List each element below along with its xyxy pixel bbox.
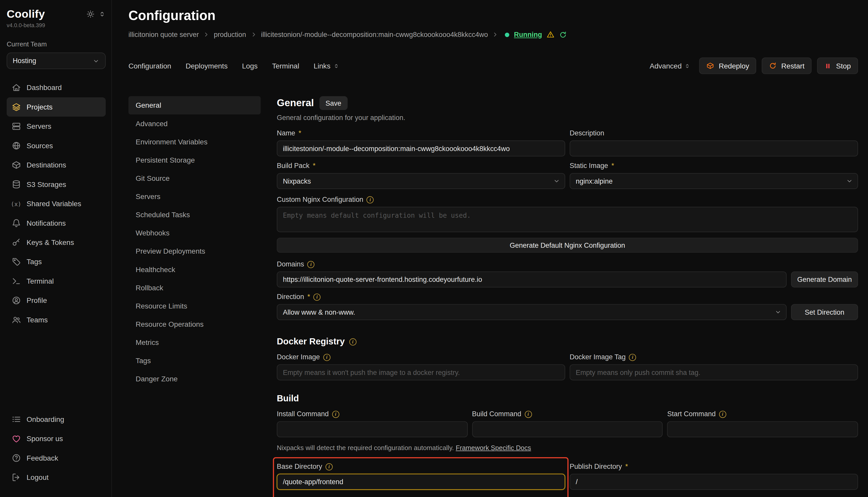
- tab-bar-actions: Advanced Redeploy Restart Stop: [650, 57, 858, 74]
- nixpacks-note: Nixpacks will detect the required config…: [277, 444, 858, 452]
- sidebar-item-dashboard[interactable]: Dashboard: [7, 78, 106, 97]
- tab-configuration[interactable]: Configuration: [128, 61, 171, 70]
- subnav-resource-operations[interactable]: Resource Operations: [128, 315, 261, 333]
- subnav-rollback[interactable]: Rollback: [128, 279, 261, 297]
- users-icon: [11, 315, 21, 325]
- info-icon: [719, 411, 726, 418]
- docker-image-tag-field[interactable]: [569, 365, 858, 381]
- build-pack-label: Build Pack*: [277, 162, 565, 170]
- globe-icon: [11, 141, 21, 151]
- docker-registry-heading: Docker Registry: [277, 337, 858, 347]
- subnav-scheduled-tasks[interactable]: Scheduled Tasks: [128, 206, 261, 224]
- sidebar-item-label: Feedback: [27, 454, 58, 462]
- domains-field[interactable]: [277, 271, 786, 287]
- subnav-advanced[interactable]: Advanced: [128, 114, 261, 132]
- start-command-label: Start Command: [667, 410, 858, 418]
- configuration-content: General Advanced Environment Variables P…: [128, 96, 858, 497]
- build-command-field[interactable]: [472, 421, 663, 438]
- sidebar-item-profile[interactable]: Profile: [7, 291, 106, 310]
- restart-button[interactable]: Restart: [762, 57, 812, 74]
- key-icon: [11, 238, 21, 247]
- sidebar-item-logout[interactable]: Logout: [7, 468, 106, 487]
- save-button[interactable]: Save: [319, 96, 347, 110]
- name-label: Name*: [277, 129, 565, 137]
- subnav-persistent-storage[interactable]: Persistent Storage: [128, 151, 261, 169]
- warning-icon[interactable]: [547, 30, 555, 39]
- tab-deployments[interactable]: Deployments: [185, 61, 228, 70]
- set-direction-button[interactable]: Set Direction: [791, 304, 858, 320]
- sidebar-item-destinations[interactable]: Destinations: [7, 155, 106, 175]
- description-field[interactable]: [569, 141, 858, 157]
- start-command-field[interactable]: [667, 421, 858, 438]
- subnav-webhooks[interactable]: Webhooks: [128, 224, 261, 242]
- sidebar-item-projects[interactable]: Projects: [7, 97, 106, 116]
- logout-icon: [11, 472, 21, 482]
- chevron-right-icon: [492, 31, 498, 38]
- generate-nginx-button[interactable]: Generate Default Nginx Configuration: [277, 238, 858, 253]
- sidebar-item-notifications[interactable]: Notifications: [7, 213, 106, 232]
- direction-label: Direction*: [277, 293, 858, 301]
- custom-nginx-textarea[interactable]: [277, 207, 858, 232]
- status-badge[interactable]: Running: [514, 31, 542, 39]
- app-version: v4.0.0-beta.399: [7, 22, 106, 28]
- subnav-general[interactable]: General: [128, 96, 261, 114]
- sidebar-top-icons: [86, 10, 106, 18]
- sidebar-item-terminal[interactable]: Terminal: [7, 271, 106, 290]
- static-image-select[interactable]: nginx:alpine: [569, 173, 858, 189]
- home-icon: [11, 83, 21, 93]
- subnav-resource-limits[interactable]: Resource Limits: [128, 297, 261, 315]
- subnav-servers[interactable]: Servers: [128, 187, 261, 206]
- subnav-preview-deployments[interactable]: Preview Deployments: [128, 242, 261, 260]
- build-pack-select[interactable]: Nixpacks: [277, 173, 565, 189]
- breadcrumb-project[interactable]: illicitonion quote server: [128, 31, 199, 39]
- subnav-git-source[interactable]: Git Source: [128, 169, 261, 187]
- framework-docs-link[interactable]: Framework Specific Docs: [456, 444, 531, 452]
- breadcrumb-environment[interactable]: production: [214, 31, 246, 39]
- sidebar-item-sponsor-us[interactable]: Sponsor us: [7, 429, 106, 448]
- direction-select[interactable]: Allow www & non-www.: [277, 304, 786, 320]
- sidebar-item-label: Sponsor us: [27, 435, 63, 443]
- stop-button[interactable]: Stop: [817, 57, 858, 74]
- tab-links[interactable]: Links: [314, 61, 339, 70]
- sidebar-item-feedback[interactable]: Feedback: [7, 448, 106, 468]
- sidebar-item-keys-tokens[interactable]: Keys & Tokens: [7, 233, 106, 252]
- sidebar-item-teams[interactable]: Teams: [7, 310, 106, 329]
- page-title: Configuration: [128, 8, 858, 23]
- publish-directory-field[interactable]: [569, 474, 858, 490]
- sidebar-item-label: Keys & Tokens: [27, 238, 74, 246]
- refresh-icon[interactable]: [559, 31, 567, 39]
- name-field[interactable]: [277, 141, 565, 157]
- breadcrumb-application[interactable]: illicitestonion/-module--decomposition:m…: [261, 31, 488, 39]
- tab-terminal[interactable]: Terminal: [272, 61, 299, 70]
- sidebar-item-label: Dashboard: [27, 84, 62, 92]
- install-command-field[interactable]: [277, 421, 467, 438]
- sidebar-item-label: Destinations: [27, 161, 66, 169]
- install-command-label: Install Command: [277, 410, 467, 418]
- sidebar-item-s3-storages[interactable]: S3 Storages: [7, 175, 106, 194]
- status-dot: [505, 32, 509, 37]
- sidebar-item-servers[interactable]: Servers: [7, 117, 106, 136]
- chevron-up-down-icon[interactable]: [99, 11, 106, 18]
- sidebar-item-onboarding[interactable]: Onboarding: [7, 410, 106, 429]
- team-select[interactable]: Hosting: [7, 53, 106, 69]
- generate-domain-button[interactable]: Generate Domain: [791, 271, 858, 287]
- subnav-tags[interactable]: Tags: [128, 352, 261, 370]
- advanced-dropdown[interactable]: Advanced: [650, 61, 690, 70]
- sidebar-item-shared-variables[interactable]: (x) Shared Variables: [7, 194, 106, 213]
- docker-image-tag-label: Docker Image Tag: [569, 353, 858, 361]
- sidebar-item-tags[interactable]: Tags: [7, 252, 106, 271]
- subnav-metrics[interactable]: Metrics: [128, 333, 261, 352]
- docker-image-field[interactable]: [277, 365, 565, 381]
- sidebar-item-label: Shared Variables: [27, 200, 81, 208]
- base-directory-field[interactable]: [277, 474, 565, 490]
- sidebar-item-label: Logout: [27, 473, 49, 481]
- info-icon: [326, 463, 333, 470]
- tab-logs[interactable]: Logs: [242, 61, 258, 70]
- subnav-danger-zone[interactable]: Danger Zone: [128, 370, 261, 388]
- subnav-healthcheck[interactable]: Healthcheck: [128, 260, 261, 279]
- sidebar-item-sources[interactable]: Sources: [7, 136, 106, 155]
- sun-icon[interactable]: [86, 10, 94, 18]
- general-form: General Save General configuration for y…: [277, 96, 858, 497]
- subnav-environment-variables[interactable]: Environment Variables: [128, 132, 261, 151]
- redeploy-button[interactable]: Redeploy: [699, 57, 756, 74]
